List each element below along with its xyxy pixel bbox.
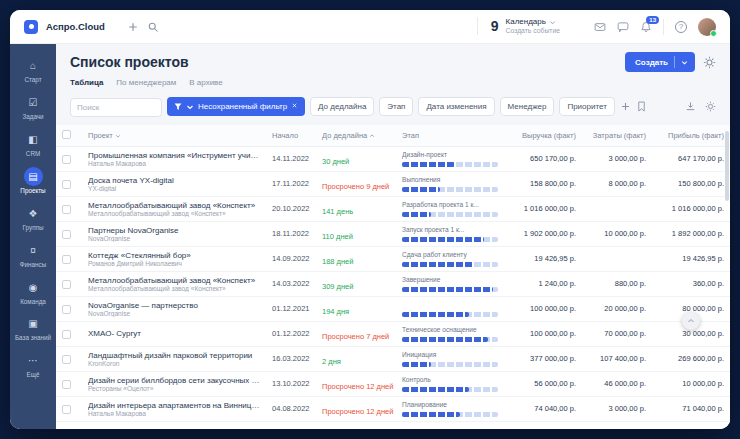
table-row[interactable]: Дизайн серии биллбордов сети закусочных …	[56, 371, 730, 396]
add-filter-icon[interactable]	[620, 101, 631, 112]
deadline-status: 309 дней	[322, 282, 353, 291]
stage-progress-bar	[402, 312, 498, 317]
sidebar-item-label: Группы	[23, 225, 44, 232]
row-checkbox[interactable]	[62, 155, 71, 164]
sidebar-item[interactable]: ▤ Проекты	[11, 163, 55, 199]
sidebar-item[interactable]: ❖ Группы	[11, 200, 55, 236]
row-checkbox[interactable]	[62, 355, 71, 364]
tab[interactable]: По менеджерам	[116, 78, 176, 87]
chevron-down-icon	[186, 103, 194, 111]
row-checkbox[interactable]	[62, 180, 71, 189]
chat-icon[interactable]	[617, 21, 629, 33]
calendar-day-number: 9	[491, 18, 499, 34]
create-event-link[interactable]: Создать событие	[506, 27, 560, 35]
column-header-start[interactable]: Начало	[266, 125, 316, 146]
deadline-status: Просрочено 12 дней	[322, 382, 393, 391]
calendar-label[interactable]: Календарь	[506, 17, 546, 27]
sidebar-item[interactable]: ◧ CRM	[11, 126, 55, 162]
table-row[interactable]: ХМАО- Сургут 01.12.2022 Просрочено 7 дне…	[56, 321, 730, 346]
column-header-revenue[interactable]: Выручка (факт)	[504, 125, 582, 146]
project-name[interactable]: Дизайн интерьера апартаментов на Винницк…	[88, 401, 260, 410]
sidebar-item[interactable]: ¤ Финансы	[11, 237, 55, 273]
column-header-stage[interactable]: Этап	[396, 125, 504, 146]
filter-chip[interactable]: Менеджер	[500, 97, 555, 116]
sidebar-item[interactable]: ◉ Команда	[11, 274, 55, 310]
search-icon[interactable]	[147, 21, 159, 33]
tab[interactable]: Таблица	[70, 78, 103, 87]
stage-label: Инициация	[402, 351, 498, 360]
row-checkbox[interactable]	[62, 230, 71, 239]
filter-chip[interactable]: Дата изменения	[418, 97, 494, 116]
row-checkbox[interactable]	[62, 380, 71, 389]
table-row[interactable]: Партнеры NovaOrganise NovaOrganise 18.11…	[56, 221, 730, 246]
quick-add-button[interactable]	[127, 21, 139, 33]
start-date: 20.10.2022	[266, 196, 316, 221]
table-row[interactable]: Металлообрабатывающий завод «Конспект» М…	[56, 196, 730, 221]
table-row[interactable]: Металлообрабатывающий завод «Конспект» М…	[56, 271, 730, 296]
profit-value: 360,00 р.	[652, 271, 730, 296]
row-checkbox[interactable]	[62, 280, 71, 289]
table-row[interactable]: Промышленная компания «Инструмент учител…	[56, 146, 730, 171]
project-name[interactable]: Металлообрабатывающий завод «Конспект»	[88, 201, 260, 210]
start-date: 14.09.2022	[266, 246, 316, 271]
filter-chip[interactable]: До дедлайна	[310, 97, 374, 116]
bookmark-icon[interactable]	[636, 101, 647, 112]
project-name[interactable]: Коттедж «Стеклянный бор»	[88, 251, 260, 260]
sidebar-item-label: CRM	[26, 151, 40, 158]
table-row[interactable]: Коттедж «Стеклянный бор» Романов Дмитрий…	[56, 246, 730, 271]
row-checkbox[interactable]	[62, 205, 71, 214]
costs-value: 107 400,00 р.	[582, 346, 652, 371]
filter-bar: Несохраненный фильтр До дедлайна Этап Да…	[56, 93, 730, 125]
project-name[interactable]: NovaOrganise — партнерство	[88, 301, 260, 310]
page-settings-gear-icon[interactable]	[703, 56, 716, 69]
scroll-widget[interactable]	[682, 312, 700, 330]
revenue-value: 1 240,00 р.	[504, 271, 582, 296]
calendar-widget[interactable]: 9 Календарь Создать событие	[477, 17, 560, 35]
project-name[interactable]: Промышленная компания «Инструмент учител…	[88, 151, 260, 160]
create-button[interactable]: Создать	[625, 52, 695, 72]
sidebar-item-label: Команда	[20, 299, 46, 306]
table-row[interactable]: Доска почета YX-digital YX-digital 17.11…	[56, 171, 730, 196]
column-header-deadline[interactable]: До дедлайна	[316, 125, 396, 146]
active-filter-pill[interactable]: Несохраненный фильтр	[167, 97, 305, 116]
row-checkbox[interactable]	[62, 405, 71, 414]
search-input[interactable]	[70, 98, 162, 117]
clear-filter-icon[interactable]	[291, 102, 298, 111]
select-all-checkbox[interactable]	[62, 130, 71, 139]
desktop-background: Аспро.Cloud 9 Календарь Создать событие	[0, 0, 740, 439]
scrollbar-thumb[interactable]	[725, 131, 729, 201]
help-icon[interactable]: ?	[675, 21, 687, 33]
download-icon[interactable]	[685, 101, 696, 112]
stage-label: Техническое оснащение	[402, 326, 498, 335]
mail-icon[interactable]	[594, 21, 606, 33]
filter-chip[interactable]: Приоритет	[559, 97, 614, 116]
project-name[interactable]: ХМАО- Сургут	[88, 329, 260, 338]
filter-chip[interactable]: Этап	[379, 97, 413, 116]
row-checkbox[interactable]	[62, 305, 71, 314]
column-header-project[interactable]: Проект	[82, 125, 266, 146]
vertical-scrollbar[interactable]	[725, 125, 729, 429]
column-header-costs[interactable]: Затраты (факт)	[582, 125, 652, 146]
table-settings-gear-icon[interactable]	[705, 101, 716, 112]
project-name[interactable]: Дизайн серии биллбордов сети закусочных …	[88, 376, 260, 385]
notifications-bell-icon[interactable]: 13	[640, 21, 652, 33]
project-name[interactable]: Партнеры NovaOrganise	[88, 226, 260, 235]
sidebar-item[interactable]: ⋯ Ещё	[11, 347, 55, 383]
project-name[interactable]: Доска почета YX-digital	[88, 176, 260, 185]
tab[interactable]: В архиве	[189, 78, 222, 87]
start-date: 13.10.2022	[266, 371, 316, 396]
user-avatar[interactable]	[698, 18, 716, 36]
project-name[interactable]: Ландшафтный дизайн парковой территории	[88, 351, 260, 360]
row-checkbox[interactable]	[62, 255, 71, 264]
row-checkbox[interactable]	[62, 330, 71, 339]
project-name[interactable]: Металлообрабатывающий завод «Конспект»	[88, 276, 260, 285]
table-row[interactable]: NovaOrganise — партнерство NovaOrganise …	[56, 296, 730, 321]
sidebar-item[interactable]: ▣ База знаний	[11, 310, 55, 346]
stage-label: Дизайн-проект	[402, 151, 498, 160]
column-header-profit[interactable]: Прибыль (факт)	[652, 125, 730, 146]
table-row[interactable]: Ландшафтный дизайн парковой территории K…	[56, 346, 730, 371]
sidebar-item[interactable]: ☑ Задачи	[11, 89, 55, 125]
table-row[interactable]: Дизайн интерьера апартаментов на Винницк…	[56, 396, 730, 421]
sidebar-item-label: Задачи	[22, 114, 43, 121]
sidebar-item[interactable]: ⌂ Старт	[11, 52, 55, 88]
